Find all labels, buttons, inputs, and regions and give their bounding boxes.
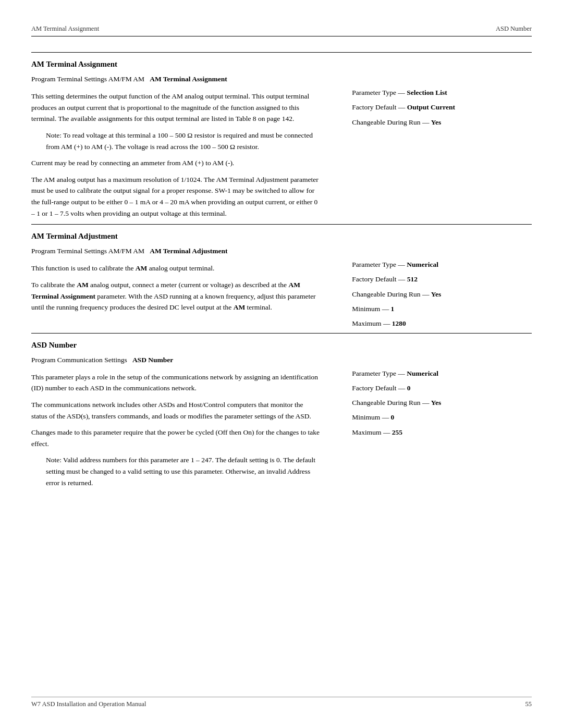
section-title: ASD Number [31, 341, 321, 350]
body-paragraph-1: The communications network includes othe… [31, 399, 321, 422]
param-line-2: Changeable During Run — Yes [352, 289, 532, 300]
right-column: Parameter Type — Selection ListFactory D… [347, 60, 532, 224]
two-col-layout: AM Terminal AssignmentProgram Terminal S… [31, 60, 532, 224]
right-column: Parameter Type — NumericalFactory Defaul… [347, 232, 532, 332]
left-column: ASD NumberProgram Communication Settings… [31, 341, 331, 494]
param-line-0: Parameter Type — Numerical [352, 259, 532, 270]
param-line-2: Changeable During Run — Yes [352, 117, 532, 128]
body-paragraph-0: This setting determines the output funct… [31, 91, 321, 125]
footer-left: W7 ASD Installation and Operation Manual [31, 700, 146, 708]
note-block-3: Note: Valid address numbers for this par… [46, 454, 321, 488]
param-line-4: Maximum — 255 [352, 427, 532, 438]
note-plain-2: Current may be read by connecting an amm… [31, 157, 321, 169]
note-block-1: Note: To read voltage at this terminal a… [46, 130, 321, 152]
sections-container: AM Terminal AssignmentProgram Terminal S… [31, 52, 532, 493]
body-paragraph-0: This parameter plays a role in the setup… [31, 372, 321, 394]
section-divider [31, 333, 532, 334]
section-am-terminal-assignment: AM Terminal AssignmentProgram Terminal S… [31, 52, 532, 224]
body-paragraph-2: Changes made to this parameter require t… [31, 427, 321, 449]
param-line-1: Factory Default — 0 [352, 382, 532, 394]
param-line-2: Changeable During Run — Yes [352, 397, 532, 409]
section-title: AM Terminal Adjustment [31, 232, 321, 241]
two-col-layout: AM Terminal AdjustmentProgram Terminal S… [31, 232, 532, 332]
section-divider [31, 52, 532, 53]
param-line-1: Factory Default — 512 [352, 274, 532, 285]
param-line-3: Minimum — 1 [352, 303, 532, 315]
body-paragraph-1: To calibrate the AM analog output, conne… [31, 279, 321, 313]
left-column: AM Terminal AdjustmentProgram Terminal S… [31, 232, 331, 332]
body-paragraph-3: The AM analog output has a maximum resol… [31, 174, 321, 219]
section-divider [31, 224, 532, 225]
param-line-0: Parameter Type — Numerical [352, 368, 532, 379]
breadcrumb-line: Program Communication Settings ASD Numbe… [31, 355, 321, 365]
param-line-3: Minimum — 0 [352, 412, 532, 423]
section-am-terminal-adjustment: AM Terminal AdjustmentProgram Terminal S… [31, 224, 532, 332]
param-line-4: Maximum — 1280 [352, 318, 532, 329]
right-column: Parameter Type — NumericalFactory Defaul… [347, 341, 532, 494]
param-line-1: Factory Default — Output Current [352, 102, 532, 113]
breadcrumb-line: Program Terminal Settings AM/FM AM AM Te… [31, 246, 321, 256]
page-footer: W7 ASD Installation and Operation Manual… [31, 697, 532, 708]
param-line-0: Parameter Type — Selection List [352, 87, 532, 98]
footer-right: 55 [525, 700, 532, 708]
page: AM Terminal Assignment ASD Number AM Ter… [0, 0, 563, 728]
section-asd-number: ASD NumberProgram Communication Settings… [31, 333, 532, 494]
two-col-layout: ASD NumberProgram Communication Settings… [31, 341, 532, 494]
header-left: AM Terminal Assignment [31, 25, 99, 33]
body-paragraph-0: This function is used to calibrate the A… [31, 263, 321, 274]
header-right: ASD Number [496, 25, 532, 33]
left-column: AM Terminal AssignmentProgram Terminal S… [31, 60, 331, 224]
section-title: AM Terminal Assignment [31, 60, 321, 69]
breadcrumb-line: Program Terminal Settings AM/FM AM AM Te… [31, 74, 321, 84]
page-header: AM Terminal Assignment ASD Number [31, 25, 532, 36]
